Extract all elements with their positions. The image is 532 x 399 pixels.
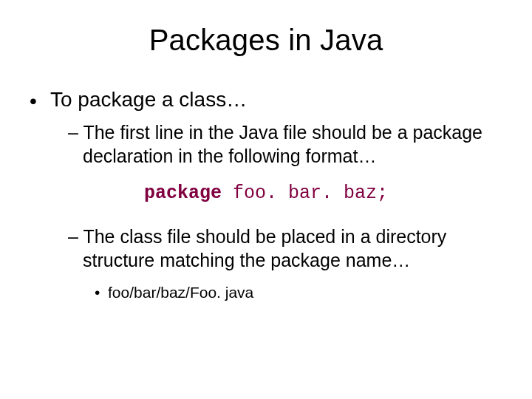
bullet-level2-text: The class file should be placed in a dir… (83, 226, 446, 270)
bullet-level1: •To package a class… (30, 88, 505, 113)
bullet-dot-icon: • (30, 89, 50, 113)
code-keyword: package (144, 183, 222, 204)
bullet-level3: •foo/bar/baz/Foo. java (95, 284, 505, 301)
bullet-level2: – The first line in the Java file should… (68, 120, 505, 168)
code-line: package foo. bar. baz; (27, 183, 505, 204)
bullet-dash-icon: – (68, 122, 83, 143)
slide-title: Packages in Java (27, 24, 505, 57)
bullet-dash-icon: – (68, 226, 83, 247)
slide: Packages in Java •To package a class… – … (0, 0, 532, 399)
bullet-level2: – The class file should be placed in a d… (68, 225, 505, 272)
bullet-level2-text: The first line in the Java file should b… (83, 122, 482, 166)
code-rest: foo. bar. baz; (222, 183, 388, 204)
bullet-level1-text: To package a class… (50, 88, 247, 111)
bullet-level3-text: foo/bar/baz/Foo. java (108, 284, 253, 301)
bullet-smalldot-icon: • (95, 284, 108, 301)
